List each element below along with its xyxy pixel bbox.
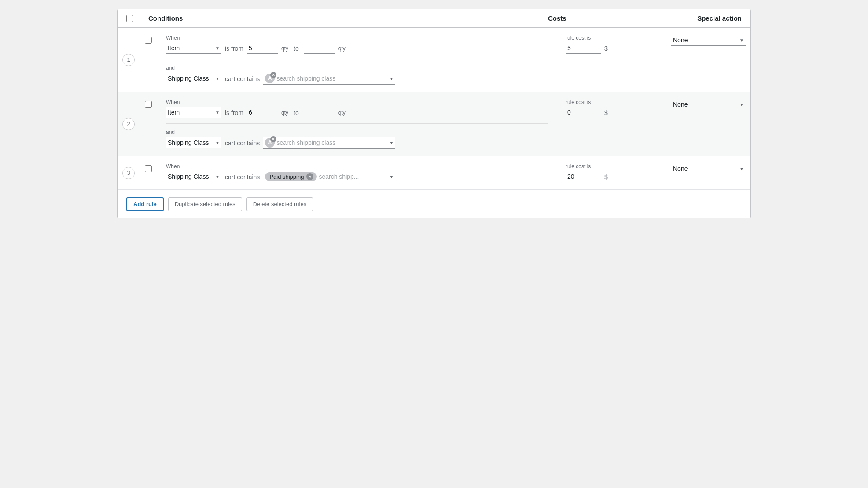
- rule-1-from-input[interactable]: [247, 43, 278, 54]
- select-all-checkbox[interactable]: [126, 15, 133, 22]
- rule-checkbox-col: [140, 156, 157, 189]
- rule-3-main-row: Item Shipping Class Weight Price ▼ cart …: [166, 171, 548, 182]
- rule-2-tag-close-icon[interactable]: ✕: [270, 136, 276, 142]
- rule-1-checkbox[interactable]: [145, 37, 152, 44]
- rule-2-from-input[interactable]: [247, 107, 278, 118]
- duplicate-rules-button[interactable]: Duplicate selected rules: [168, 197, 242, 211]
- rule-1-to-qty: qty: [338, 45, 346, 52]
- table-header: Conditions Costs Special action: [118, 9, 750, 28]
- rule-1-to-input[interactable]: [304, 43, 335, 54]
- rule-checkbox-col: [140, 92, 157, 156]
- rule-number-col: 3: [118, 156, 140, 189]
- rule-2-and-row: Shipping Class Item Weight Price ▼ cart …: [166, 137, 548, 149]
- shipping-rules-table: Conditions Costs Special action 1 When I…: [117, 9, 751, 218]
- rule-3-special: None Disable other methods Disable other…: [662, 156, 750, 189]
- header-special-label: Special action: [654, 15, 742, 22]
- to-label: to: [294, 45, 299, 52]
- rule-1-field-select-wrapper: Item Shipping Class Weight Price ▼: [166, 43, 221, 54]
- when-label: When: [166, 35, 548, 41]
- rule-1-special-wrapper: None Disable other methods Disable other…: [671, 35, 746, 46]
- footer-bar: Add rule Duplicate selected rules Delete…: [118, 190, 750, 218]
- rule-3-cost-label: rule cost is: [566, 163, 654, 170]
- rule-checkbox-col: [140, 28, 157, 92]
- rule-number-col: 2: [118, 92, 140, 156]
- rule-3-conditions: When Item Shipping Class Weight Price ▼ …: [157, 156, 557, 189]
- rule-2-special-select[interactable]: None Disable other methods Disable other…: [671, 99, 746, 110]
- rule-1-cost-input[interactable]: [566, 43, 601, 54]
- add-rule-button[interactable]: Add rule: [126, 197, 164, 211]
- rule-2-cost-row: $: [566, 107, 654, 118]
- rule-2-to-qty: qty: [338, 110, 346, 116]
- rule-2-field-select[interactable]: Item Shipping Class Weight Price: [166, 107, 221, 118]
- rule-2-cost-input[interactable]: [566, 107, 601, 118]
- rule-number: 2: [122, 118, 135, 130]
- rule-1-and-row: Shipping Class Item Weight Price ▼ cart …: [166, 73, 548, 85]
- rule-3-field-select-wrapper: Item Shipping Class Weight Price ▼: [166, 171, 221, 182]
- rule-1-tag-close-icon[interactable]: ✕: [270, 72, 276, 78]
- rule-row: 1 When Item Shipping Class Weight Price: [118, 28, 750, 92]
- rule-2-special: None Disable other methods Disable other…: [662, 92, 750, 156]
- rule-2-field-select-wrapper: Item Shipping Class Weight Price ▼: [166, 107, 221, 118]
- rule-1-from-qty: qty: [281, 45, 288, 52]
- rule-2-main-row: Item Shipping Class Weight Price ▼ is fr…: [166, 107, 548, 118]
- rule-row: 2 When Item Shipping Class Weight Price: [118, 92, 750, 156]
- rule-2-search-placeholder: search shipping class: [276, 139, 335, 146]
- rule-1-currency: $: [604, 45, 608, 52]
- rule-2-from-qty: qty: [281, 110, 288, 116]
- rule-1-shipping-class-select[interactable]: Shipping Class Item Weight Price: [166, 73, 221, 84]
- rule-1-search-arrow-icon[interactable]: ▼: [389, 76, 394, 81]
- rule-2-checkbox[interactable]: [145, 101, 152, 108]
- rule-1-cost-row: $: [566, 43, 654, 54]
- rule-3-search-placeholder: search shipp...: [319, 173, 359, 180]
- rule-1-tag-badge: A ✕: [265, 74, 275, 83]
- rule-number: 3: [122, 167, 135, 179]
- rule-3-search-arrow-icon[interactable]: ▼: [389, 174, 394, 179]
- when-label-2: When: [166, 99, 548, 105]
- cart-contains-label-2: cart contains: [225, 140, 260, 147]
- rule-3-cost-row: $: [566, 171, 654, 182]
- rule-1-field-select[interactable]: Item Shipping Class Weight Price: [166, 43, 221, 54]
- rule-2-conditions: When Item Shipping Class Weight Price ▼ …: [157, 92, 557, 156]
- and-label-2: and: [166, 129, 548, 135]
- rule-3-special-select[interactable]: None Disable other methods Disable other…: [671, 163, 746, 174]
- rule-2-condition-2: and Shipping Class Item Weight Price ▼ c…: [166, 129, 548, 149]
- to-label-2: to: [294, 109, 299, 116]
- cart-contains-label-3: cart contains: [225, 174, 260, 181]
- rule-2-shipping-class-select[interactable]: Shipping Class Item Weight Price: [166, 137, 221, 148]
- and-label-1: and: [166, 65, 548, 71]
- rule-2-search-arrow-icon[interactable]: ▼: [389, 140, 394, 145]
- header-conditions-label: Conditions: [148, 15, 548, 22]
- rule-1-condition-1: When Item Shipping Class Weight Price ▼ …: [166, 35, 548, 54]
- rule-3-field-select[interactable]: Item Shipping Class Weight Price: [166, 171, 221, 182]
- rule-2-costs: rule cost is $: [557, 92, 662, 156]
- rule-row: 3 When Item Shipping Class Weight Price …: [118, 156, 750, 190]
- header-checkbox-col: [126, 15, 148, 22]
- is-from-label-2: is from: [225, 109, 243, 116]
- rule-1-search-placeholder: search shipping class: [276, 75, 335, 82]
- rule-number: 1: [122, 54, 135, 66]
- rule-1-cost-label: rule cost is: [566, 35, 654, 41]
- rule-1-main-row: Item Shipping Class Weight Price ▼ is fr…: [166, 43, 548, 54]
- rule-3-shipping-search[interactable]: Paid shipping ✕ search shipp... ▼: [263, 171, 395, 182]
- rule-2-special-wrapper: None Disable other methods Disable other…: [671, 99, 746, 110]
- delete-rules-button[interactable]: Delete selected rules: [246, 197, 313, 211]
- rule-2-shipping-search[interactable]: A ✕ search shipping class ▼: [263, 137, 395, 149]
- rule-3-tag-close-icon[interactable]: ✕: [306, 173, 313, 180]
- rule-3-condition-1: When Item Shipping Class Weight Price ▼ …: [166, 163, 548, 182]
- rule-3-cost-input[interactable]: [566, 171, 601, 182]
- rule-3-checkbox[interactable]: [145, 165, 152, 172]
- rule-1-special: None Disable other methods Disable other…: [662, 28, 750, 92]
- rule-1-special-select[interactable]: None Disable other methods Disable other…: [671, 35, 746, 46]
- rule-3-tag-text: Paid shipping: [269, 174, 304, 180]
- rule-2-to-input[interactable]: [304, 107, 335, 118]
- rule-3-special-wrapper: None Disable other methods Disable other…: [671, 163, 746, 174]
- rule-number-col: 1: [118, 28, 140, 92]
- rule-3-costs: rule cost is $: [557, 156, 662, 189]
- rule-1-shipping-search[interactable]: A ✕ search shipping class ▼: [263, 73, 395, 85]
- rule-1-conditions: When Item Shipping Class Weight Price ▼ …: [157, 28, 557, 92]
- rule-1-shipping-class-wrapper: Shipping Class Item Weight Price ▼: [166, 73, 221, 84]
- rule-3-currency: $: [604, 174, 608, 181]
- rule-2-shipping-class-wrapper: Shipping Class Item Weight Price ▼: [166, 137, 221, 148]
- rule-2-tag-badge: A ✕: [265, 138, 275, 148]
- rule-2-condition-1: When Item Shipping Class Weight Price ▼ …: [166, 99, 548, 118]
